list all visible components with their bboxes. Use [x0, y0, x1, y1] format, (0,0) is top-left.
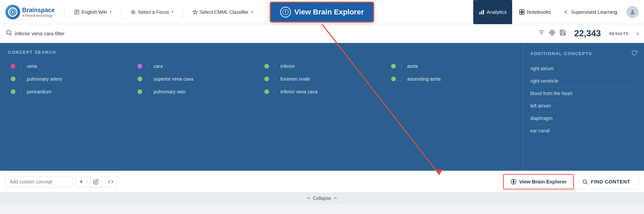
location-icon[interactable]	[549, 29, 555, 38]
nav-divider-3	[183, 5, 183, 19]
custom-concept-input[interactable]	[5, 176, 72, 187]
concept-label-inferior-vena-cava: inferior vena cava	[280, 89, 318, 94]
edit-button[interactable]	[90, 176, 102, 188]
logo-text: Brainspace a Reveal technology	[22, 7, 55, 17]
concept-label-aorta: aorta	[407, 63, 418, 69]
svg-point-6	[131, 10, 135, 14]
focus-label: Select a Focus	[138, 9, 169, 15]
focus-dropdown[interactable]: Select a Focus ▾	[126, 7, 177, 17]
concept-item-cara[interactable]: ⋮ cara	[135, 60, 262, 72]
concept-item-pulmonary-vein[interactable]: ⋮ pulmonary vein	[135, 86, 262, 98]
additional-item-ear-canal[interactable]: ear canal	[530, 125, 637, 137]
view-brain-explorer-header-button[interactable]: View Brain Explorer	[270, 2, 374, 23]
svg-line-37	[586, 183, 588, 184]
dot-aorta	[391, 64, 396, 69]
svg-point-19	[632, 10, 634, 12]
concept-col-3: ⋮ aorta ⋮ ascending aorta	[388, 60, 515, 98]
concept-item-vena[interactable]: ⋮ vena	[8, 60, 135, 72]
view-brain-explorer-bottom-button[interactable]: View Brain Explorer	[503, 174, 574, 189]
dot-superior-vena-cava	[138, 77, 142, 81]
concept-grid: ⋮ vena ⋮ pulmonary artery ⋮ pericardium	[8, 60, 515, 98]
compass-svg	[282, 9, 289, 15]
collapse-bar[interactable]: Collapse	[0, 192, 644, 204]
drag-ascending-aorta[interactable]: ⋮	[399, 76, 404, 82]
concept-item-inferior-vena-cava[interactable]: ⋮ inferior vena cava	[262, 86, 388, 98]
additional-concepts-section: ADDITIONAL CONCEPTS right atrium right v…	[523, 43, 644, 171]
classifier-label: Select CMML Classifier	[200, 9, 249, 15]
drag-aorta[interactable]: ⋮	[399, 63, 404, 69]
dataset-label: English Wiki	[82, 9, 107, 15]
search-find-icon	[582, 179, 588, 185]
focus-icon	[130, 9, 136, 15]
classifier-icon	[193, 9, 198, 15]
focus-chevron: ▾	[172, 10, 173, 14]
dot-pericardium	[11, 89, 15, 94]
bottom-right-actions: View Brain Explorer FIND CONTENT	[503, 174, 639, 189]
nav-right: Analytics Notebooks Supervised Learning	[473, 0, 639, 24]
result-count: 22,343	[574, 28, 601, 39]
user-avatar[interactable]	[627, 6, 639, 18]
concept-item-foramen-ovale[interactable]: ⋮ foramen ovale	[262, 73, 388, 85]
supervised-icon	[563, 9, 569, 15]
additional-item-left-atrium[interactable]: left atrium	[530, 100, 637, 112]
concept-item-aorta[interactable]: ⋮ aorta	[388, 60, 515, 72]
dot-vena	[11, 64, 15, 69]
find-content-button[interactable]: FIND CONTENT	[574, 174, 639, 189]
svg-point-25	[550, 30, 554, 35]
concept-search-title: CONCEPT SEARCH	[8, 50, 515, 55]
drag-pulmonary-artery[interactable]: ⋮	[19, 76, 23, 82]
collapse-label: Collapse	[313, 196, 331, 201]
notebooks-tab[interactable]: Notebooks	[514, 0, 556, 24]
concept-item-inferior[interactable]: ⋮ inferior	[262, 60, 388, 72]
save-icon[interactable]	[559, 29, 566, 38]
drag-cara[interactable]: ⋮	[146, 63, 150, 69]
concept-item-pulmonary-artery[interactable]: ⋮ pulmonary artery	[8, 73, 135, 85]
filter-icon[interactable]	[538, 29, 545, 38]
search-actions	[538, 29, 566, 38]
analytics-tab[interactable]: Analytics	[473, 0, 512, 24]
dot-inferior	[264, 64, 269, 69]
find-content-label: FIND CONTENT	[591, 179, 630, 184]
svg-rect-18	[522, 12, 524, 14]
additional-header: ADDITIONAL CONCEPTS	[524, 50, 644, 62]
drag-pulmonary-vein[interactable]: ⋮	[146, 89, 150, 94]
additional-item-diaphragm[interactable]: diaphragm	[530, 112, 637, 125]
additional-item-right-atrium[interactable]: right atrium	[530, 62, 637, 75]
svg-point-20	[6, 30, 10, 34]
concept-item-superior-vena-cava[interactable]: ⋮ superior vena cava	[135, 73, 262, 85]
additional-concepts-list: right atrium right ventricle blood from …	[524, 62, 644, 164]
collapse-up-icon	[306, 196, 311, 201]
collapse-arrow-right[interactable]: ›	[637, 30, 639, 37]
classifier-dropdown[interactable]: Select CMML Classifier ▾	[189, 7, 257, 17]
drag-inferior[interactable]: ⋮	[272, 63, 277, 69]
svg-rect-12	[479, 12, 480, 14]
dataset-dropdown[interactable]: English Wiki ▾	[70, 7, 115, 17]
drag-superior-vena-cava[interactable]: ⋮	[146, 76, 150, 82]
svg-marker-11	[285, 12, 286, 14]
dataset-chevron: ▾	[110, 10, 111, 14]
supervised-learning-label: Supervised Learning	[571, 9, 617, 15]
dot-pulmonary-artery	[11, 77, 15, 81]
code-button[interactable]	[105, 176, 117, 188]
concept-label-inferior: inferior	[280, 63, 295, 69]
drag-inferior-vena-cava[interactable]: ⋮	[272, 89, 277, 94]
concept-label-pericardium: pericardium	[27, 89, 51, 94]
drag-vena[interactable]: ⋮	[19, 63, 23, 69]
refresh-icon[interactable]	[631, 50, 637, 57]
search-input[interactable]	[15, 31, 535, 36]
logo-sub: a Reveal technology	[22, 14, 55, 17]
brainspace-logo-svg	[9, 9, 16, 15]
additional-item-right-ventricle[interactable]: right ventricle	[530, 75, 637, 87]
logo-icon	[5, 5, 20, 19]
svg-rect-14	[483, 10, 484, 14]
concept-item-pericardium[interactable]: ⋮ pericardium	[8, 86, 135, 98]
additional-item-blood-from-heart[interactable]: blood from the heart	[530, 87, 637, 100]
svg-marker-34	[513, 180, 514, 182]
svg-rect-15	[520, 10, 522, 12]
drag-foramen-ovale[interactable]: ⋮	[272, 76, 277, 82]
add-concept-button[interactable]	[75, 176, 87, 188]
svg-rect-17	[520, 12, 522, 14]
concept-item-ascending-aorta[interactable]: ⋮ ascending aorta	[388, 73, 515, 85]
supervised-learning-tab[interactable]: Supervised Learning	[557, 0, 623, 24]
drag-pericardium[interactable]: ⋮	[19, 89, 23, 94]
